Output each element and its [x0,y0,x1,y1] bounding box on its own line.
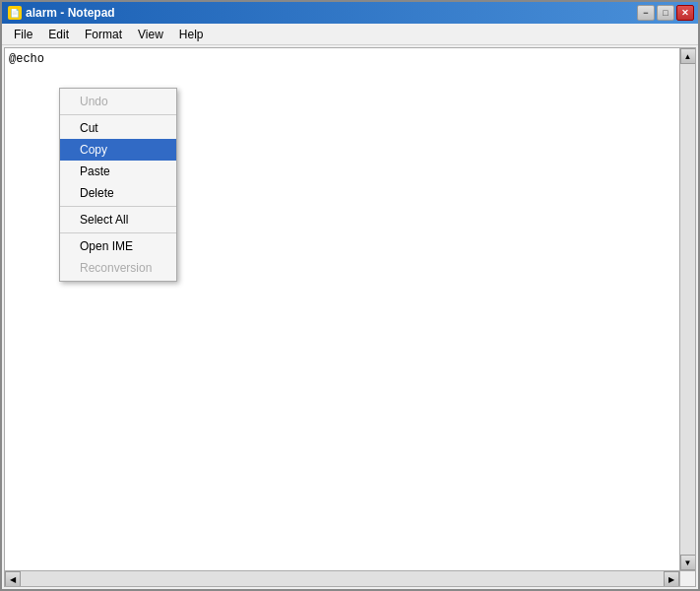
notepad-window: 📄 alarm - Notepad − □ ✕ File Edit Format… [0,0,700,591]
context-menu-reconversion[interactable]: Reconversion [60,257,176,279]
scroll-corner [679,570,695,586]
scroll-track-bottom[interactable] [21,571,664,586]
menu-view[interactable]: View [130,26,171,43]
scroll-down-arrow[interactable]: ▼ [680,555,696,570]
menu-edit[interactable]: Edit [40,26,77,43]
title-buttons: − □ ✕ [637,5,694,21]
scroll-left-arrow[interactable]: ◀ [5,571,21,587]
scroll-right-arrow[interactable]: ▶ [664,571,679,587]
menu-format[interactable]: Format [77,26,130,43]
maximize-button[interactable]: □ [657,5,674,21]
title-bar: 📄 alarm - Notepad − □ ✕ [2,2,698,24]
scrollbar-bottom: ◀ ▶ [5,570,679,586]
context-menu: Undo Cut Copy Paste Delete Select All Op… [59,88,177,282]
window-title: alarm - Notepad [26,6,115,20]
title-bar-left: 📄 alarm - Notepad [8,6,115,20]
context-menu-cut[interactable]: Cut [60,117,176,139]
editor-area[interactable]: @echo Undo Cut Copy Paste Delete Select … [4,47,696,587]
context-menu-select-all[interactable]: Select All [60,209,176,230]
menu-bar: File Edit Format View Help [2,24,698,45]
scrollbar-right: ▲ ▼ [679,48,695,570]
context-menu-delete[interactable]: Delete [60,182,176,204]
context-menu-copy[interactable]: Copy [60,139,176,161]
separator-1 [60,114,176,115]
separator-3 [60,232,176,233]
editor-content: @echo [5,48,695,70]
scroll-up-arrow[interactable]: ▲ [680,48,696,64]
context-menu-paste[interactable]: Paste [60,161,176,182]
context-menu-open-ime[interactable]: Open IME [60,235,176,257]
app-icon: 📄 [8,6,22,20]
menu-help[interactable]: Help [171,26,212,43]
close-button[interactable]: ✕ [676,5,694,21]
scroll-track-right[interactable] [680,64,695,555]
minimize-button[interactable]: − [637,5,655,21]
context-menu-undo[interactable]: Undo [60,91,176,112]
menu-file[interactable]: File [6,26,40,43]
separator-2 [60,206,176,207]
